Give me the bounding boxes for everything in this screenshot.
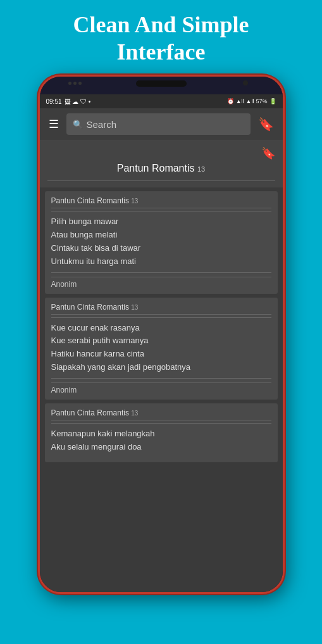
poem-card: Pantun Cinta Romantis 13 Kue cucur enak … xyxy=(45,298,278,400)
poem-card: Pantun Cinta Romantis 13 Kemanapun kaki … xyxy=(45,403,278,463)
section-divider xyxy=(47,180,275,181)
poem-divider xyxy=(51,378,271,379)
poem-category: Pantun Cinta Romantis 13 xyxy=(51,408,271,420)
bookmark-top-icon[interactable]: 🔖 xyxy=(261,146,275,160)
poem-author: Anonim xyxy=(51,382,271,395)
sensors xyxy=(68,82,82,85)
poem-line: Hatiku hancur karna cinta xyxy=(51,348,271,361)
alarm-icon: ⏰ xyxy=(227,98,234,104)
section-title: Pantun Romantis 13 xyxy=(117,163,205,178)
poem-divider xyxy=(51,272,271,273)
notification-icons: 🖼 ☁ 🛡 • xyxy=(65,98,91,105)
signal-icon: ▲ll xyxy=(236,98,244,104)
phone-frame: 09:51 🖼 ☁ 🛡 • ⏰ ▲ll ▲ll 57% 🔋 ☰ 🔍 Search… xyxy=(38,75,285,594)
battery-icon: 🔋 xyxy=(269,98,276,104)
poem-card: Pantun Cinta Romantis 13 Pilih bunga maw… xyxy=(45,191,278,293)
poem-line: Aku selalu mengurai doa xyxy=(51,441,271,454)
poem-author: Anonim xyxy=(51,277,271,289)
search-bar[interactable]: 🔍 Search xyxy=(66,113,251,135)
content-area: 🔖 Pantun Romantis 13 Pantun Cinta Romant… xyxy=(40,140,283,592)
status-right: ⏰ ▲ll ▲ll 57% 🔋 xyxy=(227,98,276,104)
signal-icon2: ▲ll xyxy=(246,98,254,104)
search-placeholder: Search xyxy=(87,119,117,130)
poem-line: Untukmu itu harga mati xyxy=(51,255,271,268)
poem-count: 13 xyxy=(131,304,138,311)
poem-divider xyxy=(51,317,271,318)
status-bar: 09:51 🖼 ☁ 🛡 • ⏰ ▲ll ▲ll 57% 🔋 xyxy=(40,94,283,108)
poem-line: Kue serabi putih warnanya xyxy=(51,334,271,348)
poem-category: Pantun Cinta Romantis 13 xyxy=(51,303,271,315)
front-camera xyxy=(243,80,248,85)
poem-lines: Pilih bunga mawar Atau bunga melati Cint… xyxy=(51,215,271,268)
poem-divider xyxy=(51,211,271,212)
phone-top-notch xyxy=(40,77,283,94)
poem-lines: Kemanapun kaki melangkah Aku selalu meng… xyxy=(51,427,271,454)
hamburger-menu-button[interactable]: ☰ xyxy=(46,115,61,134)
poem-line: Cintaku tak bisa di tawar xyxy=(51,242,271,255)
poem-category: Pantun Cinta Romantis 13 xyxy=(51,196,271,208)
poem-count: 13 xyxy=(131,410,138,417)
poem-lines: Kue cucur enak rasanya Kue serabi putih … xyxy=(51,322,271,374)
status-left: 09:51 🖼 ☁ 🛡 • xyxy=(46,98,91,105)
section-header: 🔖 Pantun Romantis 13 xyxy=(40,140,283,187)
poem-line: Kue cucur enak rasanya xyxy=(51,322,271,335)
poem-count: 13 xyxy=(131,198,138,205)
search-icon: 🔍 xyxy=(73,120,83,129)
page-title: Clean And Simple Interface xyxy=(54,0,268,75)
poem-line: Kemanapun kaki melangkah xyxy=(51,427,271,441)
poem-line: Pilih bunga mawar xyxy=(51,215,271,229)
bookmark-button[interactable]: 🔖 xyxy=(256,114,276,134)
camera-notch xyxy=(136,80,187,87)
section-count: 13 xyxy=(197,165,205,173)
battery-display: 57% xyxy=(256,98,267,104)
poem-divider xyxy=(51,423,271,424)
time-display: 09:51 xyxy=(46,98,62,105)
app-toolbar: ☰ 🔍 Search 🔖 xyxy=(40,108,283,140)
poem-line: Atau bunga melati xyxy=(51,229,271,242)
poem-line: Siapakah yang akan jadi pengobatnya xyxy=(51,361,271,374)
